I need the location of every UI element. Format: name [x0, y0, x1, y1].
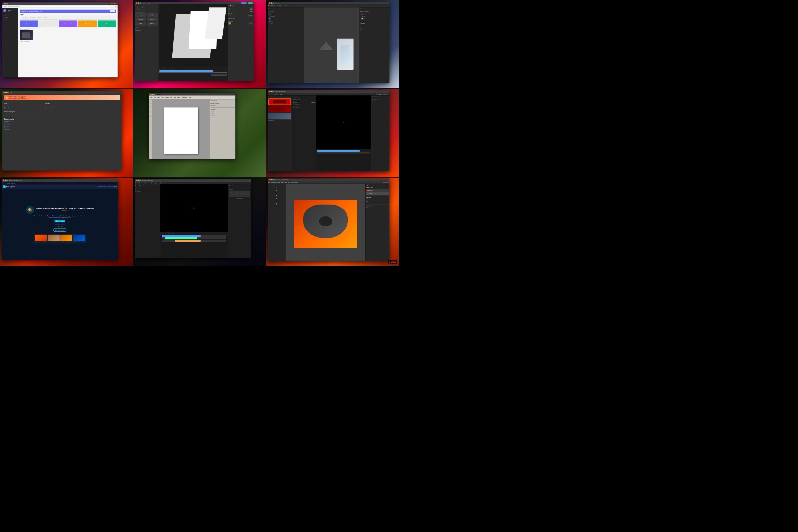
new-file-link[interactable]: + New File [4, 105, 43, 107]
close-button[interactable] [3, 179, 4, 181]
min-button[interactable] [152, 94, 153, 95]
layer-item-2[interactable]: Layer 1 [366, 192, 389, 195]
menu-file[interactable]: File [135, 182, 137, 184]
menu-clip[interactable]: Clip [151, 182, 152, 184]
min-button[interactable] [270, 179, 272, 180]
ps-menu-image[interactable]: Image [273, 182, 277, 183]
register-button[interactable]: Register [110, 11, 115, 12]
light-item[interactable]: 💡 Light [359, 15, 390, 18]
menu-help[interactable]: Help [285, 5, 287, 6]
ps-menu-edit[interactable]: Edit [271, 182, 273, 183]
max-button[interactable] [272, 2, 274, 4]
ps-brush-tool[interactable]: ✏ [268, 189, 286, 192]
min-button[interactable] [270, 91, 272, 92]
transitions-effects[interactable]: TRANSITIONS & EFFECTS [211, 74, 227, 76]
min-button[interactable] [4, 179, 6, 181]
menu-edit[interactable]: Edit [153, 97, 156, 98]
template-thumb-1[interactable] [35, 234, 47, 241]
max-button[interactable] [6, 179, 8, 181]
export-label[interactable]: Export [280, 93, 283, 95]
markers-label[interactable]: ⬚ Markers [274, 93, 279, 95]
view-layer-props[interactable]: ◈ View Layer [268, 15, 304, 18]
ps-select-tool[interactable]: ↖ [268, 184, 286, 187]
camera-item[interactable]: 📷 Camera [359, 13, 390, 15]
comp-fig[interactable]: Fig Anim... [135, 22, 146, 25]
template-thumb-2[interactable] [48, 234, 60, 241]
menu-layer[interactable]: Layer [161, 97, 165, 98]
max-button[interactable] [272, 91, 274, 92]
sign-up-button[interactable]: Sign up / Log in [54, 228, 66, 232]
menu-extensions[interactable]: Extensions [182, 97, 188, 98]
ps-crop-tool[interactable]: ⊞ [268, 187, 286, 189]
kde-forum-link[interactable]: KDE Forum [4, 126, 43, 127]
max-button[interactable] [7, 3, 8, 4]
menu-path[interactable]: Path [170, 97, 173, 98]
canvas-color-swatch[interactable] [228, 22, 231, 24]
text-tool[interactable]: A [149, 115, 152, 118]
item-prop[interactable]: Item [359, 25, 390, 27]
menu-file[interactable]: File [150, 97, 153, 98]
ps-eraser-tool[interactable]: ◻ [268, 192, 286, 194]
pixlr-url-field[interactable]: pixlr.com/express [6, 182, 117, 184]
pen-tool[interactable]: ✒ [149, 113, 152, 115]
proto-canvas[interactable] [158, 4, 228, 68]
krita-banner[interactable]: K Krita needs your support Donate or joi… [4, 95, 120, 100]
menu-text[interactable]: Text [173, 97, 176, 98]
create-new-label[interactable]: Create new [57, 226, 62, 227]
refresh-icon[interactable]: ⟳ [115, 6, 116, 7]
view-prop[interactable]: View [359, 30, 390, 32]
max-button[interactable] [7, 92, 8, 93]
blender-viewport[interactable] [304, 7, 359, 83]
close-button[interactable] [269, 2, 270, 4]
tab-wireframe[interactable]: Wireframing [29, 17, 37, 19]
ellipse-tool[interactable]: ○ [149, 110, 152, 113]
ps-zoom-tool[interactable]: 🔍 [268, 194, 286, 197]
clip-3[interactable] [175, 240, 201, 242]
output-props[interactable]: 🖨 Output [268, 13, 304, 15]
close-button[interactable] [269, 179, 270, 180]
tab-planning[interactable]: Planning [43, 17, 49, 19]
menu-timeline[interactable]: Timeline [145, 182, 149, 184]
curve-editor[interactable]: Curve Editor [372, 98, 388, 100]
green-channel[interactable]: Green [366, 201, 389, 202]
rgb-channel[interactable]: RGB [366, 198, 389, 200]
ps-gradient-tool[interactable]: ▦ [268, 203, 286, 205]
close-button[interactable] [136, 179, 137, 181]
menu-help[interactable]: Help [160, 182, 162, 184]
min-button[interactable] [5, 3, 7, 4]
user-manual-link[interactable]: User Manual [4, 121, 43, 122]
ps-menu-layer[interactable]: Layer [277, 182, 280, 183]
cube-item[interactable]: ⬜ Cube [359, 18, 390, 20]
clip-1[interactable] [162, 235, 200, 237]
color-sheet[interactable]: Color Sheet [372, 100, 388, 101]
menu-help[interactable]: Help [188, 97, 191, 98]
open-file-link[interactable]: 📂 Open File... [4, 107, 43, 109]
recent-file-thumb[interactable] [20, 30, 33, 40]
grid-icon[interactable]: ⊞ [115, 186, 117, 188]
menu-window[interactable]: Window [279, 5, 283, 6]
menu-object[interactable]: Object [165, 97, 169, 98]
davinci-thumb-1[interactable] [268, 98, 291, 105]
comp-title[interactable]: Figma Title [147, 18, 158, 21]
ps-pen-tool[interactable]: ✒ [268, 200, 286, 203]
min-button[interactable] [270, 2, 272, 4]
support-link[interactable]: Support Krita [4, 124, 43, 125]
menu-render[interactable]: Render [274, 5, 278, 6]
tab-all[interactable]: All templates [21, 17, 29, 19]
menu-view[interactable]: View [157, 97, 160, 98]
davinci-thumb-2[interactable] [268, 106, 291, 112]
comp-scale[interactable]: Scale Down [135, 13, 146, 17]
node-tool[interactable]: ◇ [149, 102, 152, 105]
menu-filters[interactable]: Filters [177, 97, 181, 98]
menu-edit[interactable]: Edit [271, 5, 273, 6]
tab-diagram[interactable]: Diagram [37, 17, 42, 19]
invoke-button[interactable]: Invoke [241, 2, 247, 4]
select-tool[interactable]: ↖ [149, 99, 152, 102]
davinci-thumb-3[interactable] [268, 113, 291, 119]
color-sheet-label[interactable]: Color Sheet [135, 191, 159, 192]
template-extra[interactable]: More [98, 20, 116, 27]
tool-prop[interactable]: Tool [359, 27, 390, 30]
scene-props[interactable]: 🎬 Scene [268, 18, 304, 20]
ps-text-tool[interactable]: T [268, 197, 286, 200]
url-bar[interactable]: figma.com/files/recent [7, 5, 115, 7]
